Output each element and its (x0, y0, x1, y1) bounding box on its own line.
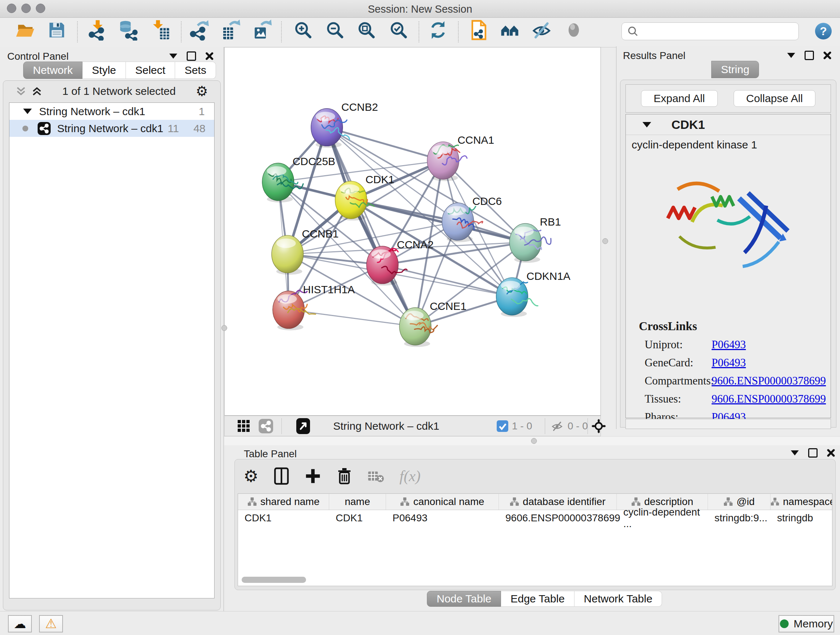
delete-table-icon[interactable] (368, 470, 384, 483)
panel-float-button[interactable] (187, 51, 196, 61)
delete-column-trash-icon[interactable] (336, 467, 352, 485)
export-image-button[interactable] (250, 19, 273, 42)
tab-string[interactable]: String (711, 61, 759, 78)
column-header-database-identifier[interactable]: database identifier (499, 494, 617, 510)
table-hscrollbar-thumb[interactable] (242, 577, 306, 583)
open-session-button[interactable] (14, 19, 37, 42)
crosslinks-section: CrossLinks Uniprot:P06493GeneCard:P06493… (639, 320, 831, 424)
collapse-all-icon[interactable] (16, 87, 27, 96)
zoom-fit-button[interactable] (355, 19, 378, 42)
network-node-CDKN1A[interactable] (496, 278, 538, 317)
import-network-file-button[interactable] (86, 19, 109, 42)
table-row[interactable]: CDK1CDK1P064939606.ENSP00000378699cyclin… (238, 510, 832, 526)
column-tree-icon (631, 497, 641, 507)
network-canvas[interactable]: CCNB2CCNA1CDC25BCDK1CDC6RB1CCNB1CCNA2CDK… (224, 47, 601, 416)
column-header-name[interactable]: name (329, 494, 386, 510)
zoom-selected-button[interactable] (387, 19, 410, 42)
network-collection-row[interactable]: String Network – cdk1 1 (9, 103, 214, 120)
crosslink-value-link[interactable]: 9606.ENSP00000378699 (712, 374, 826, 387)
hidden-indicator[interactable]: 0 - 0 (550, 418, 588, 434)
birdseye-view-button[interactable] (592, 418, 606, 434)
crosslink-value-link[interactable]: P06493 (712, 356, 746, 369)
protein-structure-image (658, 164, 799, 283)
panel-close-icon[interactable] (205, 52, 213, 60)
collapse-gene-triangle-icon[interactable] (643, 122, 651, 127)
zoom-out-button[interactable] (324, 19, 347, 42)
panel-close-icon[interactable] (823, 51, 831, 59)
network-node-CCNA1[interactable] (427, 141, 467, 181)
network-node-CDC6[interactable] (442, 203, 483, 242)
network-node-HIST1H1A[interactable] (273, 290, 316, 331)
function-builder-button[interactable]: f(x) (399, 467, 420, 485)
column-header--id[interactable]: @id (708, 494, 771, 510)
left-splitter-handle[interactable] (221, 325, 227, 331)
right-splitter-handle[interactable] (602, 238, 608, 244)
tab-network[interactable]: Network (23, 62, 82, 79)
network-node-CCNB1[interactable] (272, 235, 303, 275)
zoom-in-button[interactable] (292, 19, 315, 42)
network-node-CDK1[interactable] (335, 181, 374, 220)
network-node-CCNA2[interactable] (366, 246, 407, 286)
column-header-namespace[interactable]: namespace (771, 494, 832, 510)
tab-style[interactable]: Style (82, 62, 126, 79)
search-input[interactable] (642, 24, 798, 39)
panel-menu-button[interactable] (791, 450, 799, 455)
open-in-new-window-button[interactable] (296, 418, 310, 434)
crosslink-value-link[interactable]: P06493 (712, 338, 746, 351)
selected-indicator[interactable]: 1 - 0 (497, 418, 532, 434)
add-column-icon[interactable] (305, 468, 321, 485)
new-table-button[interactable] (219, 19, 242, 42)
crosslink-label: Tissues: (645, 393, 712, 405)
panel-float-button[interactable] (805, 51, 814, 60)
collapse-triangle-icon[interactable] (23, 109, 32, 114)
column-tree-icon (723, 497, 733, 507)
collapse-all-button[interactable]: Collapse All (734, 90, 816, 107)
cloud-status-button[interactable]: ☁ (8, 615, 32, 632)
panel-close-icon[interactable] (827, 449, 835, 457)
panel-menu-button[interactable] (169, 54, 177, 59)
crosslink-value-link[interactable]: 9606.ENSP00000378699 (712, 393, 826, 405)
network-node-RB1[interactable] (509, 223, 551, 263)
network-edge-CCNB2-CCNE1[interactable] (327, 127, 415, 326)
tab-network-table[interactable]: Network Table (575, 591, 662, 607)
string-app-button[interactable] (499, 19, 522, 42)
hide-unhide-button[interactable] (530, 19, 553, 42)
splitter-handle[interactable] (531, 438, 537, 444)
table-cell: P06493 (386, 510, 499, 526)
network-row-selected[interactable]: String Network – cdk1 11 48 (9, 120, 214, 137)
search-icon (627, 25, 639, 38)
tab-select[interactable]: Select (126, 62, 175, 79)
help-button[interactable]: ? (815, 23, 832, 40)
network-options-gear-icon[interactable]: ⚙ (196, 84, 208, 98)
column-header-canonical-name[interactable]: canonical name (386, 494, 499, 510)
column-label: database identifier (523, 496, 606, 508)
import-table-file-button[interactable] (149, 19, 172, 42)
tab-node-table[interactable]: Node Table (427, 591, 501, 607)
grid-view-button[interactable] (237, 418, 251, 434)
new-network-button[interactable] (187, 19, 210, 42)
memory-button[interactable]: Memory (778, 615, 834, 632)
gene-description: cyclin-dependent kinase 1 (632, 139, 831, 151)
network-view-button[interactable] (259, 418, 273, 434)
column-header-shared-name[interactable]: shared name (238, 494, 329, 510)
results-scrollbar-track[interactable] (625, 419, 831, 429)
preview-eye-button[interactable] (562, 19, 585, 42)
refresh-layout-button[interactable] (426, 19, 450, 42)
selected-checkbox-icon (497, 420, 508, 432)
panel-float-button[interactable] (808, 448, 818, 458)
show-columns-icon[interactable] (273, 467, 289, 485)
save-session-button[interactable] (45, 19, 68, 42)
crosslink-label: Uniprot: (645, 338, 712, 351)
tab-edge-table[interactable]: Edge Table (501, 591, 575, 607)
export-network-button[interactable] (467, 19, 490, 42)
crosslink-label: GeneCard: (645, 356, 712, 369)
panel-menu-button[interactable] (787, 53, 795, 58)
table-options-gear-icon[interactable]: ⚙ (243, 468, 258, 485)
warnings-button[interactable]: ⚠ (39, 615, 63, 632)
import-network-database-button[interactable] (117, 19, 140, 42)
expand-all-button[interactable]: Expand All (641, 90, 718, 107)
column-label: shared name (261, 496, 319, 508)
expand-all-icon[interactable] (32, 87, 42, 96)
tab-sets[interactable]: Sets (175, 62, 216, 79)
gene-card: CDK1 cyclin-dependent kinase 1 (625, 114, 831, 418)
